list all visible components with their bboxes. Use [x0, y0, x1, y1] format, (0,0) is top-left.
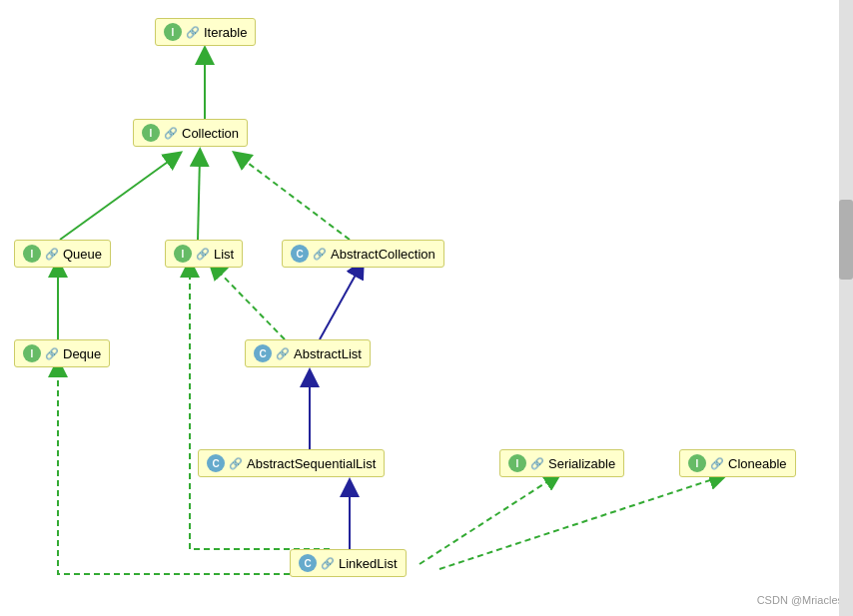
svg-line-8	[215, 268, 285, 339]
watermark: CSDN @Mriacles	[757, 594, 843, 606]
diagram-container: I 🔗 Iterable I 🔗 Collection I 🔗 Queue I …	[0, 0, 853, 616]
badge-list: I	[174, 245, 192, 263]
svg-line-13	[439, 477, 719, 569]
icon-deque: 🔗	[45, 347, 59, 360]
icon-abstract-collection: 🔗	[313, 248, 327, 261]
svg-line-12	[420, 477, 554, 564]
scrollbar[interactable]	[839, 0, 853, 616]
badge-linked-list: C	[299, 554, 317, 572]
node-collection: I 🔗 Collection	[133, 119, 248, 147]
badge-abstract-list: C	[254, 344, 272, 362]
node-queue: I 🔗 Queue	[14, 240, 111, 268]
label-abstract-sequential-list: AbstractSequentialList	[247, 456, 376, 471]
badge-serializable: I	[508, 454, 526, 472]
label-abstract-collection: AbstractCollection	[331, 247, 435, 262]
label-linked-list: LinkedList	[339, 556, 398, 571]
node-list: I 🔗 List	[165, 240, 243, 268]
label-iterable: Iterable	[204, 25, 247, 40]
svg-line-9	[320, 268, 360, 339]
label-serializable: Serializable	[548, 456, 615, 471]
label-abstract-list: AbstractList	[294, 346, 362, 361]
label-deque: Deque	[63, 346, 101, 361]
node-abstract-list: C 🔗 AbstractList	[245, 339, 371, 367]
label-collection: Collection	[182, 126, 239, 141]
badge-queue: I	[23, 245, 41, 263]
icon-collection: 🔗	[164, 127, 178, 140]
badge-iterable: I	[164, 23, 182, 41]
node-cloneable: I 🔗 Cloneable	[679, 449, 796, 477]
arrows-svg	[0, 0, 853, 616]
label-cloneable: Cloneable	[728, 456, 787, 471]
badge-cloneable: I	[688, 454, 706, 472]
icon-iterable: 🔗	[186, 26, 200, 39]
svg-line-4	[60, 157, 175, 240]
badge-abstract-sequential-list: C	[207, 454, 225, 472]
svg-line-5	[198, 157, 200, 240]
icon-queue: 🔗	[45, 248, 59, 261]
icon-cloneable: 🔗	[710, 457, 724, 470]
node-serializable: I 🔗 Serializable	[499, 449, 624, 477]
scrollbar-thumb[interactable]	[839, 200, 853, 280]
icon-serializable: 🔗	[530, 457, 544, 470]
node-abstract-collection: C 🔗 AbstractCollection	[282, 240, 444, 268]
badge-collection: I	[142, 124, 160, 142]
icon-abstract-sequential-list: 🔗	[229, 457, 243, 470]
node-linked-list: C 🔗 LinkedList	[290, 549, 407, 577]
node-abstract-sequential-list: C 🔗 AbstractSequentialList	[198, 449, 385, 477]
label-list: List	[214, 247, 234, 262]
icon-abstract-list: 🔗	[276, 347, 290, 360]
node-deque: I 🔗 Deque	[14, 339, 110, 367]
icon-list: 🔗	[196, 248, 210, 261]
svg-line-6	[240, 157, 350, 240]
icon-linked-list: 🔗	[321, 557, 335, 570]
label-queue: Queue	[63, 247, 102, 262]
badge-abstract-collection: C	[291, 245, 309, 263]
node-iterable: I 🔗 Iterable	[155, 18, 256, 46]
badge-deque: I	[23, 344, 41, 362]
